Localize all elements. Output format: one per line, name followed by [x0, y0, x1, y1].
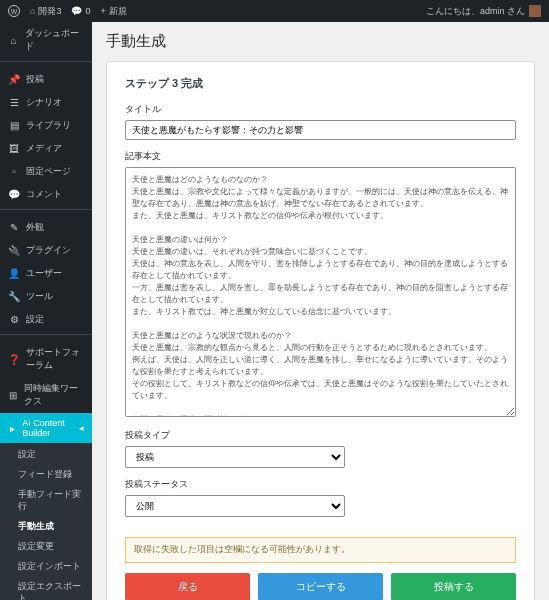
step-title: ステップ 3 完成: [125, 76, 516, 91]
menu-comments[interactable]: 💬コメント: [0, 183, 92, 206]
submenu-import[interactable]: 設定インポート: [0, 557, 92, 577]
settings-icon: ⚙: [8, 314, 20, 326]
account-menu[interactable]: こんにちは、admin さん: [426, 5, 541, 18]
menu-media[interactable]: 🖾メディア: [0, 137, 92, 160]
menu-tools[interactable]: 🔧ツール: [0, 285, 92, 308]
body-textarea[interactable]: 天使と悪魔はどのようなものなのか？ 天使と悪魔は、宗教や文化によって様々な定義が…: [125, 167, 516, 417]
submenu-export[interactable]: 設定エクスポート: [0, 577, 92, 600]
menu-dashboard[interactable]: ⌂ダッシュボード: [0, 22, 92, 58]
scenario-icon: ☰: [8, 97, 20, 109]
menu-ai-builder[interactable]: ▸AI Content Builder ◂: [0, 413, 92, 443]
site-home[interactable]: ⌂ 開発3: [30, 5, 61, 18]
brush-icon: ✎: [8, 222, 20, 234]
post-type-select[interactable]: 投稿: [125, 446, 345, 468]
menu-network[interactable]: ⊞同時編集ワークス: [0, 377, 92, 413]
plugin-icon: 🔌: [8, 245, 20, 257]
submenu-manual-gen[interactable]: 手動生成: [0, 517, 92, 537]
menu-users[interactable]: 👤ユーザー: [0, 262, 92, 285]
comment-icon: 💬: [8, 189, 20, 201]
post-button[interactable]: 投稿する: [391, 573, 516, 600]
submenu-feed-run[interactable]: 手動フィード実行: [0, 485, 92, 517]
label-post-type: 投稿タイプ: [125, 429, 516, 442]
submenu-config-change[interactable]: 設定変更: [0, 537, 92, 557]
warning-alert: 取得に失敗した項目は空欄になる可能性があります。: [125, 537, 516, 563]
new-content[interactable]: + 新規: [100, 5, 126, 18]
post-status-select[interactable]: 公開: [125, 495, 345, 517]
menu-appearance[interactable]: ✎外観: [0, 216, 92, 239]
label-body: 記事本文: [125, 150, 516, 163]
menu-pages[interactable]: ▫固定ページ: [0, 160, 92, 183]
wp-logo-icon[interactable]: W: [8, 5, 20, 17]
network-icon: ⊞: [8, 389, 18, 401]
submenu-feed-register[interactable]: フィード登録: [0, 465, 92, 485]
dashboard-icon: ⌂: [8, 34, 19, 46]
media-icon: 🖾: [8, 143, 20, 155]
library-icon: ▤: [8, 120, 20, 132]
avatar: [529, 5, 541, 17]
copy-button[interactable]: コピーする: [258, 573, 383, 600]
menu-plugins[interactable]: 🔌プラグイン: [0, 239, 92, 262]
menu-scenario[interactable]: ☰シナリオ: [0, 91, 92, 114]
page-icon: ▫: [8, 166, 20, 178]
pin-icon: 📌: [8, 74, 20, 86]
submenu-settings[interactable]: 設定: [0, 445, 92, 465]
menu-settings[interactable]: ⚙設定: [0, 308, 92, 331]
label-title: タイトル: [125, 103, 516, 116]
tools-icon: 🔧: [8, 291, 20, 303]
user-icon: 👤: [8, 268, 20, 280]
title-input[interactable]: [125, 120, 516, 140]
label-post-status: 投稿ステータス: [125, 478, 516, 491]
page-title: 手動生成: [106, 32, 535, 51]
comments-bubble[interactable]: 💬 0: [71, 6, 90, 16]
support-icon: ❓: [8, 353, 20, 365]
back-button[interactable]: 戻る: [125, 573, 250, 600]
menu-library[interactable]: ▤ライブラリ: [0, 114, 92, 137]
menu-posts[interactable]: 📌投稿: [0, 68, 92, 91]
menu-support[interactable]: ❓サポートフォーラム: [0, 341, 92, 377]
ai-icon: ▸: [8, 422, 16, 434]
